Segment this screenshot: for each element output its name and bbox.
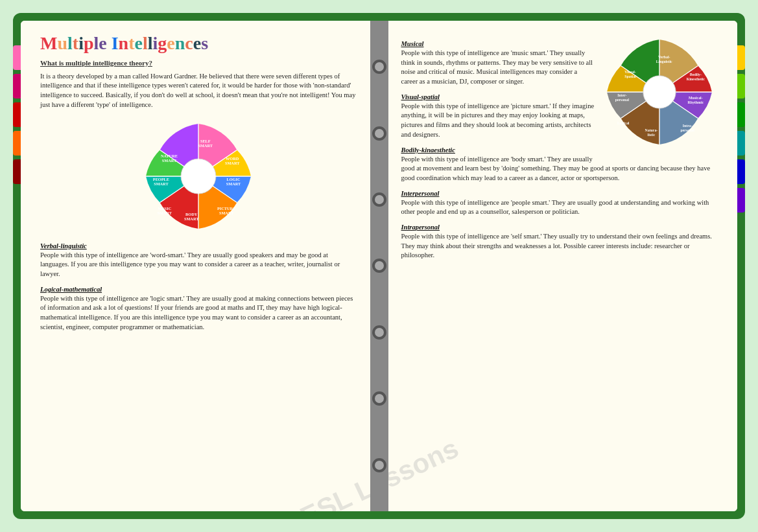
spiral-ring-5 (372, 325, 386, 340)
intrapersonal-title: Intrapersonal (401, 224, 718, 231)
svg-text:Bodily-: Bodily- (690, 73, 702, 76)
svg-text:SMART: SMART (154, 181, 169, 186)
page-left: Multiple Intelligences What is multiple … (21, 21, 370, 511)
svg-text:Natura-: Natura- (645, 128, 657, 132)
svg-text:SMART: SMART (226, 181, 241, 186)
svg-text:Logical: Logical (617, 121, 630, 125)
svg-text:Verbal-: Verbal- (658, 55, 670, 59)
logical-mathematical-title: Logical-mathematical (40, 286, 357, 293)
svg-text:BODY: BODY (185, 212, 198, 216)
outer-border: Multiple Intelligences What is multiple … (13, 13, 745, 519)
svg-text:Inter-: Inter- (617, 93, 626, 97)
left-wheel-container: SELF SMART WORD SMART LOGIC SMART PICTUR… (40, 118, 357, 235)
verbal-linguistic-title: Verbal-linguistic (40, 242, 357, 249)
svg-point-48 (643, 76, 676, 108)
svg-text:SMART: SMART (225, 161, 240, 165)
spiral-ring-7 (372, 458, 386, 472)
svg-text:Spatial: Spatial (624, 75, 636, 78)
svg-text:PICTURE: PICTURE (217, 206, 235, 211)
inner-pages: Multiple Intelligences What is multiple … (21, 21, 737, 511)
svg-text:PEOPLE: PEOPLE (153, 177, 169, 181)
svg-text:Musical-: Musical- (689, 96, 703, 100)
page-right: Verbal- Linguistic Bodily- Kinesthetic M… (388, 21, 738, 511)
svg-text:personal: personal (615, 98, 630, 102)
logical-mathematical-text: People with this type of intelligence ar… (40, 294, 357, 332)
intro-text: It is a theory developed by a man called… (40, 72, 357, 110)
left-wheel-svg: SELF SMART WORD SMART LOGIC SMART PICTUR… (140, 118, 257, 235)
svg-text:SMART: SMART (219, 211, 234, 215)
bodily-kinaesthetic-text: People with this type of intelligence ar… (401, 155, 718, 183)
svg-text:personal: personal (680, 128, 694, 132)
spiral-binding (370, 21, 388, 511)
svg-text:listic: listic (648, 133, 656, 137)
spiral-ring-4 (372, 259, 386, 273)
svg-text:MUSIC: MUSIC (158, 206, 172, 211)
spiral-ring-3 (372, 192, 386, 207)
svg-text:SMART: SMART (158, 211, 172, 215)
svg-text:Intra-: Intra- (683, 124, 693, 128)
svg-text:Visual-: Visual- (624, 70, 636, 74)
right-wheel-svg: Verbal- Linguistic Bodily- Kinesthetic M… (601, 34, 718, 150)
intrapersonal-text: People with this type of intelligence ar… (401, 232, 718, 260)
right-wheel-container: Verbal- Linguistic Bodily- Kinesthetic M… (601, 34, 718, 153)
interpersonal-title: Interpersonal (401, 190, 718, 197)
svg-text:SMART: SMART (198, 143, 213, 148)
svg-text:Rhythmic: Rhythmic (687, 100, 704, 104)
svg-text:LOGIC: LOGIC (227, 177, 241, 181)
spiral-ring-1 (372, 60, 386, 74)
spiral-ring-2 (372, 126, 386, 141)
svg-text:Kinesthetic: Kinesthetic (687, 77, 705, 81)
interpersonal-text: People with this type of intelligence ar… (401, 198, 718, 217)
subtitle: What is multiple intelligence theory? (40, 59, 357, 67)
svg-text:SMART: SMART (184, 216, 199, 221)
verbal-linguistic-text: People with this type of intelligence ar… (40, 251, 357, 279)
page-title: Multiple Intelligences (40, 34, 357, 54)
spiral-ring-6 (372, 391, 386, 406)
svg-text:SELF: SELF (200, 138, 211, 143)
svg-text:Linguistic: Linguistic (656, 60, 672, 64)
